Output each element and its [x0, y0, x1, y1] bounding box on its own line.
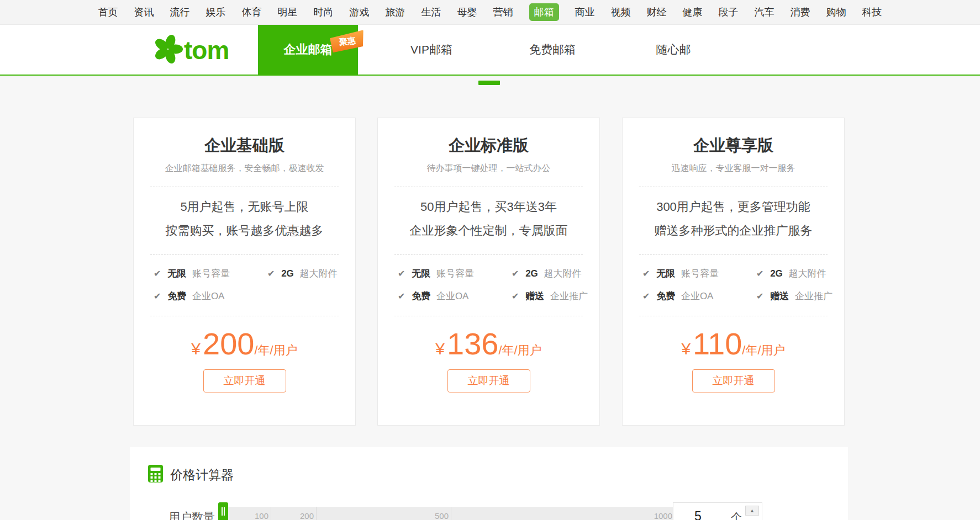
plan-features: ✔ 无限 账号容量 ✔ 2G 超大附件 ✔ 免费 企业OA — [154, 267, 355, 303]
calculator-icon — [148, 465, 163, 485]
currency-symbol: ¥ — [681, 339, 691, 358]
tom-logo[interactable]: tom — [153, 34, 229, 66]
user-count-slider-track[interactable]: 100 200 500 1000 — [222, 507, 673, 520]
check-icon: ✔ — [756, 269, 763, 278]
plan-features: ✔ 无限 账号容量 ✔ 2G 超大附件 ✔ 免费 企业OA ✔ 赠送 企业推广 — [642, 267, 844, 303]
tab-enterprise-mail-label: 企业邮箱 — [284, 41, 333, 58]
check-icon: ✔ — [642, 269, 650, 278]
divider — [639, 316, 828, 316]
plan-tagline: 企业邮箱基础服务，安全畅邮，极速收发 — [134, 163, 355, 174]
spinner-up-button[interactable]: ▲ — [745, 506, 759, 516]
nav-item-life[interactable]: 生活 — [421, 6, 441, 19]
plan-card-standard: 企业标准版 待办事项一键处理，一站式办公 50用户起售，买3年送3年 企业形象个… — [377, 118, 600, 426]
feature-label: 账号容量 — [681, 268, 719, 279]
nav-item-stars[interactable]: 明星 — [278, 6, 298, 19]
feature-label: 账号容量 — [436, 268, 474, 279]
feature-item: ✔ 免费 企业OA — [642, 290, 756, 303]
plan-description: 5用户起售，无账号上限 按需购买，账号越多优惠越多 — [134, 195, 355, 242]
divider — [394, 316, 583, 316]
plan-title: 企业标准版 — [378, 135, 599, 157]
nav-item-auto[interactable]: 汽车 — [755, 6, 774, 19]
nav-item-trend[interactable]: 流行 — [170, 6, 190, 19]
currency-symbol: ¥ — [191, 339, 201, 358]
promo-ribbon-badge: 聚惠 — [329, 30, 366, 52]
user-count-slider-handle[interactable] — [218, 502, 228, 520]
user-count-label: 用户数量 — [168, 510, 215, 520]
plan-desc-line: 300用户起售，更多管理功能 — [623, 195, 844, 219]
plan-card-basic: 企业基础版 企业邮箱基础服务，安全畅邮，极速收发 5用户起售，无账号上限 按需购… — [133, 118, 356, 426]
check-icon: ✔ — [512, 269, 519, 278]
user-count-value[interactable]: 5 — [694, 509, 702, 520]
feature-item: ✔ 无限 账号容量 — [642, 267, 756, 280]
price-calculator-panel: 价格计算器 用户数量 100 200 500 1000 5 个 ▲ — [130, 447, 848, 520]
feature-item: ✔ 无限 账号容量 — [398, 267, 512, 280]
plan-card-premium: 企业尊享版 迅速响应，专业客服一对一服务 300用户起售，更多管理功能 赠送多种… — [622, 118, 845, 426]
tab-vip-mail[interactable]: VIP邮箱 — [410, 25, 452, 75]
calculator-header: 价格计算器 — [148, 465, 234, 485]
tab-free-mail[interactable]: 免费邮箱 — [529, 25, 576, 75]
user-count-unit: 个 — [731, 510, 742, 520]
nav-item-sports[interactable]: 体育 — [242, 6, 262, 19]
feature-term: 2G — [281, 268, 294, 279]
price-unit: /年/用户 — [254, 343, 297, 357]
feature-term: 2G — [525, 268, 538, 279]
price-unit: /年/用户 — [498, 343, 541, 357]
nav-item-fashion[interactable]: 时尚 — [314, 6, 334, 19]
slider-tick — [451, 507, 451, 520]
nav-item-games[interactable]: 游戏 — [350, 6, 370, 19]
slider-mark: 1000 — [639, 511, 672, 520]
nav-item-marketing[interactable]: 营销 — [493, 6, 513, 19]
feature-term: 2G — [770, 268, 783, 279]
nav-item-jokes[interactable]: 段子 — [719, 6, 739, 19]
plan-tagline: 迅速响应，专业客服一对一服务 — [623, 163, 844, 174]
tab-suixin-mail[interactable]: 随心邮 — [656, 25, 691, 75]
feature-item: ✔ 免费 企业OA — [154, 290, 267, 303]
nav-item-mail-active[interactable]: 邮箱 — [529, 3, 559, 21]
feature-label: 账号容量 — [192, 268, 230, 279]
divider — [639, 187, 828, 187]
header: tom 企业邮箱 聚惠 VIP邮箱 免费邮箱 随心邮 — [0, 25, 980, 76]
slider-tick — [316, 507, 317, 520]
activate-now-button[interactable]: 立即开通 — [203, 369, 286, 392]
plan-price: ¥200/年/用户 — [134, 328, 355, 359]
feature-term: 赠送 — [770, 291, 789, 301]
nav-item-finance[interactable]: 财经 — [647, 6, 667, 19]
price-value: 136 — [447, 326, 498, 361]
feature-item: ✔ 2G 超大附件 — [756, 267, 844, 280]
nav-item-news[interactable]: 资讯 — [134, 6, 154, 19]
nav-item-health[interactable]: 健康 — [683, 6, 703, 19]
tab-enterprise-mail[interactable]: 企业邮箱 聚惠 — [258, 25, 358, 75]
plan-features: ✔ 无限 账号容量 ✔ 2G 超大附件 ✔ 免费 企业OA ✔ 赠送 企业推广 — [398, 267, 599, 303]
divider — [639, 254, 828, 255]
nav-item-tech[interactable]: 科技 — [862, 6, 882, 19]
nav-item-shopping[interactable]: 购物 — [826, 6, 846, 19]
check-icon: ✔ — [267, 269, 275, 278]
nav-item-baby[interactable]: 母婴 — [457, 6, 477, 19]
plan-desc-line: 企业形象个性定制，专属版面 — [378, 219, 599, 242]
activate-now-button[interactable]: 立即开通 — [447, 369, 530, 392]
user-count-input[interactable]: 5 个 ▲ — [673, 502, 762, 520]
activate-now-button[interactable]: 立即开通 — [692, 369, 775, 392]
check-icon: ✔ — [398, 291, 405, 301]
check-icon: ✔ — [398, 269, 405, 278]
logo-text: tom — [184, 35, 229, 65]
nav-item-business[interactable]: 商业 — [575, 6, 595, 19]
feature-item: ✔ 赠送 企业推广 — [512, 290, 599, 303]
feature-term: 无限 — [167, 268, 186, 279]
feature-label: 企业OA — [436, 291, 469, 301]
check-icon: ✔ — [642, 291, 650, 301]
divider — [394, 254, 583, 255]
divider — [150, 187, 339, 187]
feature-label: 超大附件 — [544, 268, 582, 279]
plan-title: 企业尊享版 — [623, 135, 844, 157]
nav-item-travel[interactable]: 旅游 — [386, 6, 405, 19]
feature-label: 企业OA — [681, 291, 714, 301]
calculator-title: 价格计算器 — [170, 466, 234, 484]
nav-item-home[interactable]: 首页 — [98, 6, 118, 19]
nav-item-consumption[interactable]: 消费 — [791, 6, 810, 19]
nav-item-video[interactable]: 视频 — [611, 6, 631, 19]
feature-label: 超大附件 — [789, 268, 826, 279]
currency-symbol: ¥ — [435, 339, 445, 358]
nav-item-entertainment[interactable]: 娱乐 — [206, 6, 226, 19]
feature-label: 企业推广 — [795, 291, 833, 301]
